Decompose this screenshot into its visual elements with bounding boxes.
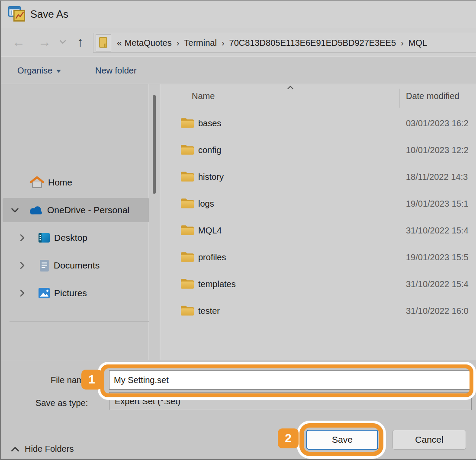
- file-name: history: [198, 163, 224, 190]
- file-name: tester: [198, 297, 220, 324]
- onedrive-icon: [28, 205, 44, 216]
- organise-button[interactable]: Organise: [17, 57, 61, 84]
- sidebar-item-label: Documents: [54, 260, 100, 271]
- file-date: 31/10/2022 15:4: [406, 217, 469, 244]
- pictures-icon: [38, 287, 51, 300]
- save-as-type-value: Expert Set (*.set): [115, 396, 180, 406]
- scrollbar-thumb[interactable]: [153, 95, 156, 194]
- file-date: 19/01/2023 15:5: [406, 244, 469, 271]
- breadcrumb-separator-icon: ›: [172, 38, 184, 48]
- save-as-type-select[interactable]: Expert Set (*.set): [109, 392, 472, 410]
- file-name: bases: [198, 110, 221, 137]
- file-name: templates: [198, 271, 236, 297]
- desktop-icon: [38, 231, 51, 244]
- new-folder-button[interactable]: New folder: [95, 57, 137, 84]
- dialog-footer: File name: 1 Save as type: Expert Set (*…: [1, 360, 476, 460]
- command-toolbar: Organise New folder: [1, 56, 476, 84]
- expand-chevron-icon[interactable]: [20, 262, 25, 269]
- breadcrumb-item-terminal[interactable]: Terminal: [184, 38, 217, 48]
- sidebar-divider: [10, 321, 149, 322]
- sidebar-item-pictures[interactable]: Pictures: [1, 283, 149, 303]
- file-name: logs: [198, 190, 214, 217]
- save-button[interactable]: Save: [306, 430, 378, 450]
- file-row-config[interactable]: config 10/01/2023 12:2: [161, 137, 476, 163]
- folder-icon: [180, 251, 194, 263]
- file-row-logs[interactable]: logs 19/01/2023 15:1: [161, 190, 476, 217]
- breadcrumb-item-mql[interactable]: MQL: [408, 38, 427, 48]
- sidebar-item-onedrive[interactable]: OneDrive - Personal: [1, 200, 149, 220]
- address-bar[interactable]: « MetaQuotes › Terminal › 70C813D805E113…: [93, 33, 476, 53]
- navigation-pane: Home OneDrive - Personal Desktop: [1, 84, 148, 360]
- recent-locations-chevron-icon[interactable]: [60, 40, 66, 44]
- chevron-up-icon: [11, 447, 19, 452]
- breadcrumb-item-terminal-id[interactable]: 70C813D805E113E6E91ED5BD927E3EE5: [229, 38, 396, 48]
- dialog-title: Save As: [30, 1, 68, 28]
- sidebar-item-label: OneDrive - Personal: [47, 205, 129, 215]
- back-icon[interactable]: ←: [12, 28, 25, 56]
- sidebar-scrollbar[interactable]: [149, 84, 160, 360]
- column-header-name[interactable]: Name: [192, 91, 215, 101]
- file-name: profiles: [198, 244, 226, 271]
- documents-icon: [39, 259, 50, 272]
- step-1-badge: 1: [81, 370, 102, 390]
- cancel-button[interactable]: Cancel: [392, 430, 466, 450]
- sidebar-item-label: Pictures: [54, 288, 87, 298]
- folder-icon: [180, 278, 194, 290]
- sort-ascending-icon[interactable]: [287, 86, 293, 89]
- address-folder-icon[interactable]: [96, 34, 111, 51]
- forward-icon[interactable]: →: [38, 28, 51, 56]
- up-icon[interactable]: ↑: [77, 28, 84, 56]
- sidebar-item-label: Desktop: [54, 233, 87, 243]
- folder-icon: [180, 117, 194, 129]
- column-header-date-modified[interactable]: Date modified: [406, 91, 459, 101]
- app-icon: [8, 6, 27, 23]
- breadcrumb-collapse-icon[interactable]: «: [111, 38, 125, 48]
- file-date: 10/01/2023 12:2: [406, 137, 469, 163]
- organise-dropdown-icon: [56, 70, 61, 73]
- sidebar-item-desktop[interactable]: Desktop: [1, 228, 149, 248]
- sidebar-item-label: Home: [48, 177, 72, 188]
- file-date: 19/01/2023 15:1: [406, 190, 469, 217]
- file-date: 03/01/2023 16:2: [406, 110, 469, 137]
- file-row-mql4[interactable]: MQL4 31/10/2022 15:4: [161, 217, 476, 244]
- organise-label: Organise: [17, 66, 52, 76]
- breadcrumb-separator-icon: ›: [396, 38, 408, 48]
- breadcrumb-item-metaquotes[interactable]: MetaQuotes: [125, 38, 172, 48]
- save-as-dialog: Save As ← → ↑ « MetaQuotes › Terminal › …: [0, 0, 476, 460]
- hide-folders-button[interactable]: Hide Folders: [11, 439, 74, 459]
- file-date: 31/10/2022 15:4: [406, 271, 469, 297]
- file-row-bases[interactable]: bases 03/01/2023 16:2: [161, 110, 476, 137]
- folder-icon: [180, 171, 194, 182]
- title-bar: Save As: [1, 1, 476, 28]
- new-folder-label: New folder: [95, 66, 137, 76]
- expand-chevron-icon[interactable]: [20, 234, 25, 241]
- step-2-number: 2: [285, 431, 292, 445]
- step-2-badge: 2: [278, 428, 299, 448]
- hide-folders-label: Hide Folders: [25, 444, 74, 454]
- file-date: 31/10/2022 16:0: [406, 297, 469, 324]
- save-as-type-label: Save as type:: [35, 398, 88, 408]
- file-name: config: [198, 137, 221, 163]
- collapse-chevron-icon[interactable]: [11, 208, 19, 213]
- breadcrumb-separator-icon: ›: [217, 38, 229, 48]
- file-row-tester[interactable]: tester 31/10/2022 16:0: [161, 297, 476, 324]
- expand-chevron-icon[interactable]: [20, 290, 25, 297]
- file-name-input[interactable]: [109, 371, 472, 390]
- navigation-bar: ← → ↑ « MetaQuotes › Terminal › 70C813D8…: [1, 28, 476, 56]
- cancel-button-label: Cancel: [415, 434, 443, 445]
- save-button-label: Save: [332, 434, 353, 445]
- file-row-profiles[interactable]: profiles 19/01/2023 15:5: [161, 244, 476, 271]
- file-name: MQL4: [198, 217, 222, 244]
- file-list: Name Date modified bases 03/01/2023 16:2…: [161, 84, 476, 360]
- file-row-templates[interactable]: templates 31/10/2022 15:4: [161, 271, 476, 297]
- home-icon: [29, 176, 45, 189]
- content-area: Home OneDrive - Personal Desktop: [1, 84, 476, 360]
- column-divider[interactable]: [399, 89, 400, 108]
- list-header: Name Date modified: [161, 84, 476, 108]
- step-1-number: 1: [88, 373, 95, 387]
- folder-icon: [180, 224, 194, 236]
- folder-icon: [180, 305, 194, 316]
- sidebar-item-documents[interactable]: Documents: [1, 256, 149, 275]
- file-row-history[interactable]: history 18/11/2022 14:3: [161, 163, 476, 190]
- file-date: 18/11/2022 14:3: [406, 163, 468, 190]
